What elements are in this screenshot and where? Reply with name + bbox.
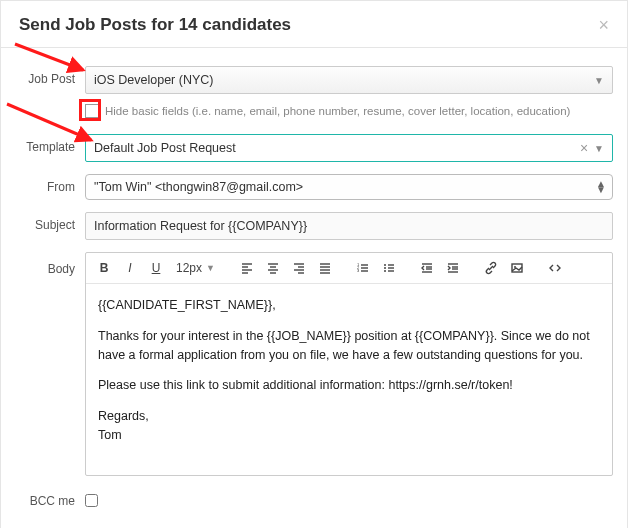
bcc-checkbox[interactable] [85,494,98,507]
job-post-label: Job Post [15,66,85,86]
subject-row: Subject [15,212,613,240]
from-row: From "Tom Win" <thongwin87@gmail.com> ▲▼ [15,174,613,200]
send-job-posts-modal: Send Job Posts for 14 candidates × Job P… [0,0,628,528]
modal-body: Job Post iOS Developer (NYC) ▼ Hide basi… [1,48,627,528]
chevron-down-icon: ▼ [594,143,604,154]
align-justify-button[interactable] [313,257,337,279]
modal-header: Send Job Posts for 14 candidates × [1,1,627,48]
underline-button[interactable]: U [144,257,168,279]
unordered-list-button[interactable] [377,257,401,279]
template-value: Default Job Post Request [94,141,236,155]
ordered-list-button[interactable]: 123 [351,257,375,279]
code-view-button[interactable] [543,257,567,279]
body-line-5: Tom [98,428,122,442]
editor-content[interactable]: {{CANDIDATE_FIRST_NAME}}, Thanks for you… [86,284,612,475]
close-icon[interactable]: × [598,16,609,34]
job-post-value: iOS Developer (NYC) [94,73,213,87]
svg-text:3: 3 [357,268,360,273]
modal-title: Send Job Posts for 14 candidates [19,15,291,35]
align-center-button[interactable] [261,257,285,279]
svg-point-26 [384,267,386,269]
body-line-2: Thanks for your interest in the {{JOB_NA… [98,327,600,365]
align-left-button[interactable] [235,257,259,279]
subject-input[interactable] [85,212,613,240]
italic-button[interactable]: I [118,257,142,279]
image-button[interactable] [505,257,529,279]
rich-text-editor: B I U 12px▼ [85,252,613,476]
align-right-button[interactable] [287,257,311,279]
bold-button[interactable]: B [92,257,116,279]
outdent-button[interactable] [415,257,439,279]
bcc-row: BCC me [15,494,613,508]
chevron-down-icon: ▼ [594,75,604,86]
from-value: "Tom Win" <thongwin87@gmail.com> [94,180,303,194]
body-row: Body B I U 12px▼ [15,252,613,476]
hide-basic-label: Hide basic fields (i.e. name, email, pho… [105,105,570,117]
svg-point-28 [384,270,386,272]
hide-basic-checkbox[interactable] [85,104,99,118]
template-label: Template [15,134,85,154]
job-post-select[interactable]: iOS Developer (NYC) ▼ [85,66,613,94]
subject-label: Subject [15,212,85,232]
body-line-4: Regards, [98,409,149,423]
link-button[interactable] [479,257,503,279]
font-size-select[interactable]: 12px▼ [170,257,221,279]
indent-button[interactable] [441,257,465,279]
editor-toolbar: B I U 12px▼ [86,253,612,284]
template-row: Template Default Job Post Request × ▼ [15,134,613,162]
job-post-field: iOS Developer (NYC) ▼ Hide basic fields … [85,66,613,118]
bcc-label: BCC me [15,494,85,508]
hide-basic-row: Hide basic fields (i.e. name, email, pho… [85,104,613,118]
template-select[interactable]: Default Job Post Request × ▼ [85,134,613,162]
body-line-1: {{CANDIDATE_FIRST_NAME}}, [98,296,600,315]
job-post-row: Job Post iOS Developer (NYC) ▼ Hide basi… [15,66,613,118]
updown-icon: ▲▼ [596,181,604,193]
body-label: Body [15,252,85,276]
clear-template-icon[interactable]: × [580,140,588,156]
from-select[interactable]: "Tom Win" <thongwin87@gmail.com> ▲▼ [85,174,613,200]
body-line-3: Please use this link to submit additiona… [98,376,600,395]
from-label: From [15,174,85,194]
svg-point-24 [384,264,386,266]
